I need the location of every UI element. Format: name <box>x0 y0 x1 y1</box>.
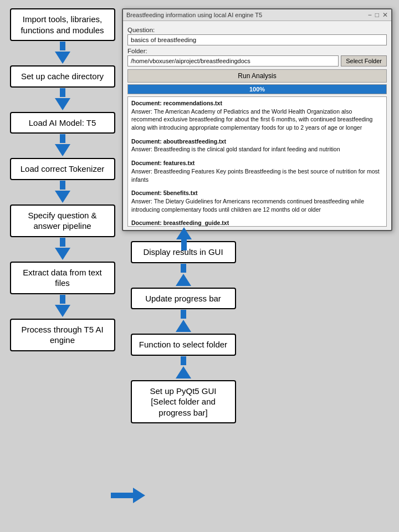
arrow-3 <box>55 134 70 157</box>
arrow-stem <box>60 238 65 247</box>
up-arrow-1 <box>176 264 191 287</box>
result-entry: Document: breastfeeding_guide.txtAnswer:… <box>131 219 383 227</box>
select-folder-button[interactable]: Select Folder <box>341 55 387 66</box>
maximize-btn[interactable]: □ <box>375 11 379 19</box>
arrow-stem <box>60 88 65 97</box>
right-flowchart: Display results in GUI Update progress b… <box>126 241 240 423</box>
result-answer: Answer: Breastfeeding is the clinical go… <box>131 145 383 154</box>
arrow-stem <box>181 356 186 365</box>
progress-bar: 100% <box>127 84 387 94</box>
flow-box-ai-model: Load AI Model: T5 <box>10 112 115 134</box>
arrow-4 <box>55 181 70 204</box>
results-area[interactable]: Document: recommendations.txtAnswer: The… <box>127 96 387 227</box>
folder-label: Folder: <box>127 48 387 54</box>
question-label: Question: <box>127 27 387 33</box>
arrow-head-horiz <box>133 488 145 503</box>
up-arrow-head <box>176 227 192 239</box>
arrow-6 <box>55 295 70 318</box>
result-entry: Document: recommendations.txtAnswer: The… <box>131 99 383 132</box>
result-entry: Document: 5benefits.txtAnswer: The Dieta… <box>131 189 383 213</box>
arrow-stem <box>181 264 186 273</box>
left-flowchart: Import tools, libraries, functions and m… <box>6 8 119 351</box>
arrow-head <box>55 305 70 317</box>
flow-box-process: Process through T5 AI engine <box>10 319 115 351</box>
arrow-head <box>55 98 70 110</box>
progress-text: 100% <box>249 86 265 93</box>
arrow-stem <box>60 134 65 143</box>
arrow-head <box>55 248 70 260</box>
result-entry: Document: features.txtAnswer: Breastfeed… <box>131 159 383 183</box>
folder-row: Select Folder <box>127 55 387 66</box>
up-arrow-2 <box>176 310 191 333</box>
up-arrow-stem <box>181 239 187 250</box>
window-controls[interactable]: − □ ✕ <box>368 11 388 19</box>
flow-box-select-folder: Function to select folder <box>131 334 236 356</box>
titlebar: Breastfeeding information using local AI… <box>123 9 391 21</box>
close-btn[interactable]: ✕ <box>382 11 388 19</box>
result-entry: Document: aboutbreastfeeding.txtAnswer: … <box>131 137 383 154</box>
arrow-head <box>55 144 70 156</box>
horizontal-arrow <box>111 488 145 503</box>
arrow-stem <box>181 310 186 319</box>
window-title: Breastfeeding information using local AI… <box>126 12 262 18</box>
arrow-stem <box>60 181 65 190</box>
result-answer: Answer: Breastfeeding Features Key point… <box>131 167 383 183</box>
flow-box-pipeline: Specify question & answer pipeline <box>10 204 115 237</box>
arrow-head <box>55 191 70 203</box>
flow-box-tokenizer: Load correct Tokenizer <box>10 158 115 180</box>
gui-window: Breastfeeding information using local AI… <box>122 8 392 231</box>
arrow-stem <box>60 295 65 304</box>
arrow-1 <box>55 42 70 65</box>
flow-box-cache: Set up cache directory <box>10 65 115 88</box>
folder-input[interactable] <box>127 55 339 66</box>
arrow-5 <box>55 238 70 261</box>
minimize-btn[interactable]: − <box>368 11 372 19</box>
arrow-stem-horiz <box>111 493 133 498</box>
result-doc: Document: features.txt <box>131 159 383 167</box>
result-answer: Answer: The Dietary Guidelines for Ameri… <box>131 197 383 213</box>
arrow-head-up <box>176 274 191 286</box>
result-doc: Document: 5benefits.txt <box>131 189 383 197</box>
gui-to-display-arrow <box>176 227 192 250</box>
result-doc: Document: recommendations.txt <box>131 99 383 108</box>
flow-box-extract: Extract data from text files <box>10 262 115 294</box>
flow-box-pyqt5: Set up PyQt5 GUI [Select folder and prog… <box>131 380 236 424</box>
arrow-head-up <box>176 366 191 378</box>
result-doc: Document: aboutbreastfeeding.txt <box>131 137 383 146</box>
result-doc: Document: breastfeeding_guide.txt <box>131 219 383 227</box>
result-answer: Answer: The American Academy of Pediatri… <box>131 108 383 132</box>
up-arrow-3 <box>176 356 191 380</box>
arrow-2 <box>55 88 70 111</box>
arrow-stem <box>60 42 65 50</box>
arrow-head <box>55 52 70 64</box>
flow-box-progress: Update progress bar <box>131 288 236 310</box>
question-input[interactable] <box>127 34 387 45</box>
run-analysis-button[interactable]: Run Analysis <box>127 69 387 83</box>
gui-body: Question: Folder: Select Folder Run Anal… <box>123 21 391 230</box>
flow-box-import: Import tools, libraries, functions and m… <box>10 8 115 41</box>
arrow-head-up <box>176 320 191 332</box>
